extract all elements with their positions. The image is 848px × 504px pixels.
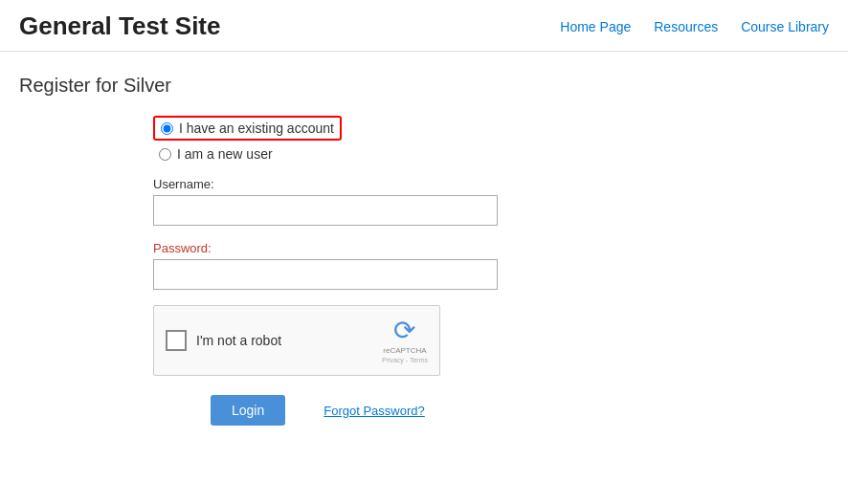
username-field-group: Username: xyxy=(153,177,555,226)
recaptcha-right: ⟳ reCAPTCHA Privacy - Terms xyxy=(382,318,428,363)
recaptcha-text: I'm not a robot xyxy=(196,333,281,348)
form-actions: Login Forgot Password? xyxy=(211,395,555,426)
existing-account-label: I have an existing account xyxy=(179,121,334,136)
account-type-group: I have an existing account I am a new us… xyxy=(153,116,555,162)
username-input[interactable] xyxy=(153,195,498,226)
existing-account-option[interactable]: I have an existing account xyxy=(153,116,342,141)
nav-resources[interactable]: Resources xyxy=(654,19,718,34)
recaptcha-subtext: Privacy - Terms xyxy=(382,357,428,363)
password-input[interactable] xyxy=(153,259,498,290)
new-user-label: I am a new user xyxy=(177,146,273,162)
login-button[interactable]: Login xyxy=(211,395,285,426)
site-title: General Test Site xyxy=(19,11,221,41)
password-field-group: Password: xyxy=(153,241,555,290)
forgot-password-link[interactable]: Forgot Password? xyxy=(324,404,425,418)
nav-home[interactable]: Home Page xyxy=(560,19,631,34)
main-content: Register for Silver I have an existing a… xyxy=(0,52,848,449)
header: General Test Site Home Page Resources Co… xyxy=(0,0,848,52)
recaptcha-left: I'm not a robot xyxy=(166,330,281,351)
new-user-option[interactable]: I am a new user xyxy=(159,146,555,162)
nav-course-library[interactable]: Course Library xyxy=(741,19,829,34)
registration-form: I have an existing account I am a new us… xyxy=(153,116,555,426)
top-nav: Home Page Resources Course Library xyxy=(560,19,829,34)
new-user-radio[interactable] xyxy=(159,148,171,161)
existing-account-radio[interactable] xyxy=(161,122,173,135)
password-label: Password: xyxy=(153,241,555,255)
recaptcha-widget[interactable]: I'm not a robot ⟳ reCAPTCHA Privacy - Te… xyxy=(153,305,440,376)
recaptcha-icon: ⟳ xyxy=(393,318,415,344)
page-title: Register for Silver xyxy=(19,75,829,97)
recaptcha-checkbox[interactable] xyxy=(166,330,187,351)
recaptcha-label: reCAPTCHA xyxy=(383,346,426,355)
username-label: Username: xyxy=(153,177,555,191)
